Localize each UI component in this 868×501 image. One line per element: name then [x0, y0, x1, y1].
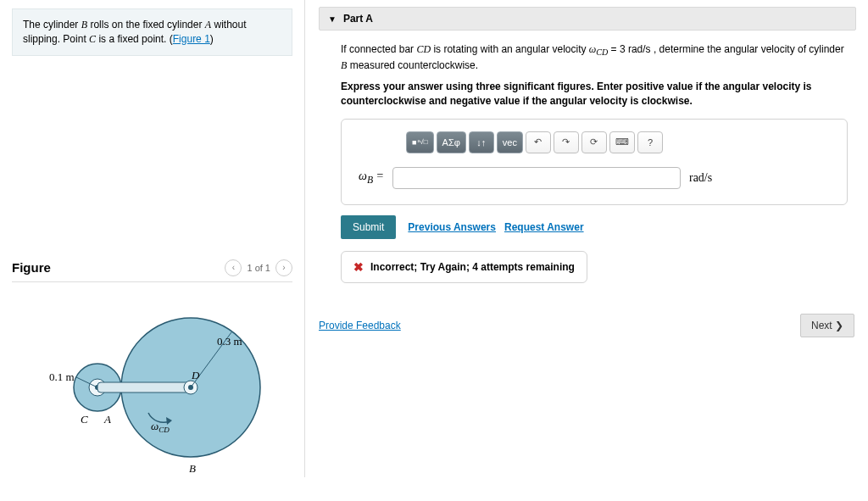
redo-button[interactable]: ↷ — [554, 131, 579, 153]
vector-button[interactable]: vec — [497, 131, 523, 153]
part-bar[interactable]: ▼ Part A — [319, 7, 856, 31]
pager-count: 1 of 1 — [247, 263, 270, 273]
pager-next-button[interactable]: › — [275, 259, 292, 276]
subscript-button[interactable]: ↓↑ — [469, 131, 494, 153]
templates-button[interactable]: ■ⁿ√□ — [406, 131, 434, 153]
next-button[interactable]: Next ❯ — [800, 314, 854, 337]
submit-button[interactable]: Submit — [341, 215, 396, 239]
pager-prev-button[interactable]: ‹ — [225, 259, 242, 276]
svg-text:A: A — [103, 413, 111, 426]
provide-feedback-link[interactable]: Provide Feedback — [319, 320, 401, 331]
figure-title: Figure — [12, 260, 51, 275]
svg-text:B: B — [189, 462, 196, 475]
figure-diagram: 0.1 m 0.3 m C A D B ωCD — [12, 282, 292, 469]
greek-button[interactable]: ΑΣφ — [437, 131, 466, 153]
figure-pager: ‹ 1 of 1 › — [225, 259, 292, 276]
svg-text:D: D — [191, 369, 200, 381]
svg-rect-4 — [97, 382, 191, 392]
svg-text:0.3 m: 0.3 m — [217, 335, 242, 348]
undo-button[interactable]: ↶ — [526, 131, 551, 153]
feedback-box: ✖ Incorrect; Try Again; 4 attempts remai… — [341, 251, 587, 283]
question-instruction: Express your answer using three signific… — [341, 80, 848, 109]
svg-text:0.1 m: 0.1 m — [49, 370, 75, 383]
figure-header: Figure ‹ 1 of 1 › — [12, 259, 292, 282]
request-answer-link[interactable]: Request Answer — [504, 221, 584, 233]
previous-answers-link[interactable]: Previous Answers — [408, 221, 496, 233]
answer-unit: rad/s — [689, 171, 712, 185]
reset-button[interactable]: ⟳ — [581, 131, 607, 153]
help-button[interactable]: ? — [637, 131, 663, 153]
equation-toolbar: ■ⁿ√□ ΑΣφ ↓↑ vec ↶ ↷ ⟳ ⌨ ? — [406, 131, 830, 153]
figure-link[interactable]: Figure 1 — [173, 33, 210, 45]
answer-input[interactable] — [392, 167, 681, 189]
svg-text:C: C — [81, 413, 88, 426]
problem-intro: The cylinder B rolls on the fixed cylind… — [12, 8, 292, 56]
answer-lhs: ωB = — [359, 170, 384, 186]
part-title: Part A — [343, 13, 373, 25]
collapse-caret-icon: ▼ — [328, 14, 337, 24]
feedback-message: Incorrect; Try Again; 4 attempts remaini… — [370, 261, 575, 273]
question-text: If connected bar CD is rotating with an … — [341, 42, 848, 73]
incorrect-icon: ✖ — [353, 260, 364, 274]
answer-box: ■ⁿ√□ ΑΣφ ↓↑ vec ↶ ↷ ⟳ ⌨ ? ωB = rad/s — [341, 119, 848, 205]
keyboard-button[interactable]: ⌨ — [609, 131, 635, 153]
